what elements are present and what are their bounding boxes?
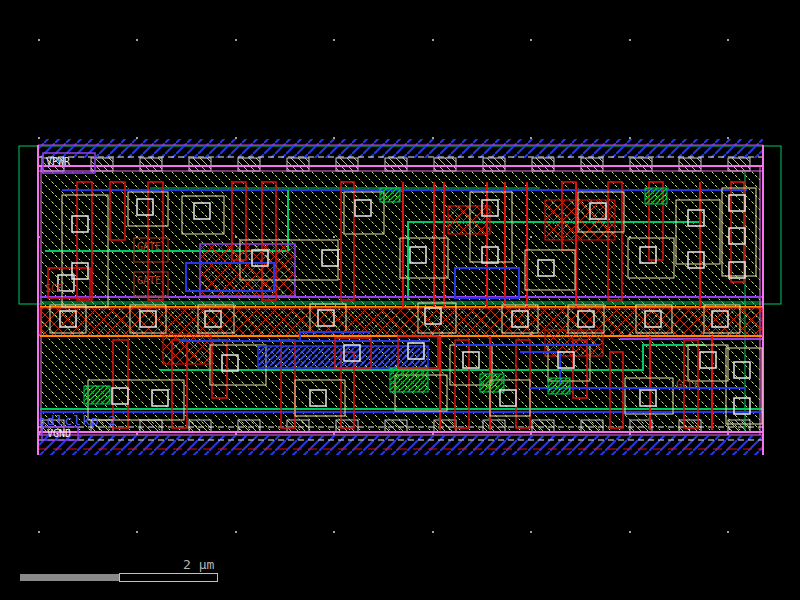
gclk-pin-label: GCLK bbox=[676, 380, 700, 390]
vpwr-port-label: VPWR bbox=[46, 157, 70, 167]
grid-dot bbox=[235, 137, 237, 139]
poly-patch bbox=[448, 206, 490, 234]
vpwr-via-row bbox=[287, 158, 309, 171]
grid-dot bbox=[136, 39, 138, 41]
grid-dot bbox=[333, 137, 335, 139]
scalebar-outline-segment bbox=[119, 573, 218, 582]
vgnd-via-row bbox=[434, 420, 456, 432]
vgnd-via-row bbox=[483, 420, 505, 432]
vpwr-via-row bbox=[581, 158, 603, 171]
grid-dot bbox=[530, 39, 532, 41]
vpwr-via-row bbox=[532, 158, 554, 171]
vpwr-via-row bbox=[679, 158, 701, 171]
li-shape bbox=[548, 378, 570, 394]
cell-name-label: sdlclkp_2 bbox=[38, 414, 117, 427]
vgnd-via-row bbox=[728, 420, 750, 432]
li-shape bbox=[645, 188, 667, 204]
layout-viewer-window: VPWR VGND sdlclkp_2 GATE GATE GCLK SCE 2… bbox=[0, 0, 800, 600]
vpwr-via-row bbox=[385, 158, 407, 171]
gate-pin-label: GATE bbox=[137, 242, 161, 252]
li-shape bbox=[84, 386, 110, 404]
poly-routing-band bbox=[40, 308, 762, 336]
metal-shape bbox=[258, 346, 428, 368]
grid-dot bbox=[629, 137, 631, 139]
vpwr-via-row bbox=[140, 158, 162, 171]
grid-dot bbox=[333, 531, 335, 533]
vpwr-via-row bbox=[189, 158, 211, 171]
scalebar-filled-segment bbox=[20, 574, 119, 581]
grid-dot bbox=[530, 137, 532, 139]
poly-patch bbox=[545, 200, 615, 240]
vpwr-via-row bbox=[238, 158, 260, 171]
grid-dot bbox=[432, 39, 434, 41]
grid-dot bbox=[530, 531, 532, 533]
grid-dot bbox=[38, 531, 40, 533]
grid-dot bbox=[629, 39, 631, 41]
vpwr-via-row bbox=[336, 158, 358, 171]
layout-canvas[interactable] bbox=[0, 0, 800, 600]
sce-pin-label: SCE bbox=[45, 284, 63, 294]
vgnd-metal-band bbox=[38, 436, 763, 455]
poly-patch bbox=[200, 244, 295, 296]
vpwr-via-row bbox=[434, 158, 456, 171]
vgnd-port-label: VGND bbox=[47, 429, 71, 439]
li-shape bbox=[390, 368, 428, 392]
vgnd-via-row bbox=[140, 420, 162, 432]
vpwr-via-row bbox=[630, 158, 652, 171]
grid-dot bbox=[727, 137, 729, 139]
grid-dot bbox=[38, 137, 40, 139]
vgnd-via-row bbox=[532, 420, 554, 432]
li-shape bbox=[380, 188, 400, 202]
vgnd-via-row bbox=[189, 420, 211, 432]
grid-dot bbox=[136, 531, 138, 533]
vgnd-via-row bbox=[581, 420, 603, 432]
grid-dot bbox=[136, 137, 138, 139]
grid-dot bbox=[727, 39, 729, 41]
grid-dot bbox=[432, 531, 434, 533]
vpwr-via-row bbox=[483, 158, 505, 171]
grid-dot bbox=[235, 531, 237, 533]
vgnd-via-row bbox=[287, 420, 309, 432]
grid-dot bbox=[235, 39, 237, 41]
scalebar-text: 2 µm bbox=[183, 558, 214, 571]
gate-pin-label: GATE bbox=[137, 276, 161, 286]
grid-dot bbox=[727, 531, 729, 533]
vgnd-via-row bbox=[385, 420, 407, 432]
vpwr-via-row bbox=[728, 158, 750, 171]
vgnd-via-row bbox=[238, 420, 260, 432]
vgnd-via-row bbox=[630, 420, 652, 432]
grid-dot bbox=[333, 39, 335, 41]
grid-dot bbox=[38, 39, 40, 41]
vpwr-metal-band bbox=[38, 139, 763, 158]
grid-dot bbox=[432, 137, 434, 139]
grid-dot bbox=[629, 531, 631, 533]
